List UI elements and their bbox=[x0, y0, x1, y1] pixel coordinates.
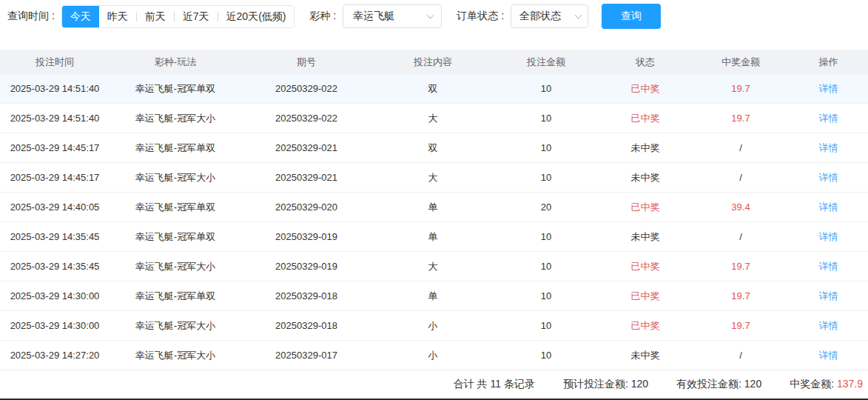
cell-status: 已中奖 bbox=[598, 290, 693, 303]
table-header: 投注时间彩种-玩法期号投注内容投注金额状态中奖金额操作 bbox=[0, 50, 868, 74]
cell-bet-time: 2025-03-29 14:27:20 bbox=[0, 350, 110, 361]
chevron-down-icon bbox=[575, 11, 582, 19]
cell-status: 未中奖 bbox=[598, 349, 693, 362]
column-header-5: 状态 bbox=[598, 56, 693, 69]
detail-link[interactable]: 详情 bbox=[819, 142, 838, 153]
cell-prize-amount: 19.7 bbox=[693, 320, 789, 331]
cell-action: 详情 bbox=[789, 171, 868, 184]
cell-bet-time: 2025-03-29 14:30:00 bbox=[0, 290, 110, 301]
detail-link[interactable]: 详情 bbox=[819, 290, 838, 301]
cell-action: 详情 bbox=[789, 201, 868, 214]
cell-bet-amount: 20 bbox=[494, 201, 598, 213]
cell-bet-time: 2025-03-29 14:35:45 bbox=[0, 261, 110, 272]
cell-game-play: 幸运飞艇-冠军大小 bbox=[110, 349, 241, 362]
table-row: 2025-03-29 14:30:00幸运飞艇-冠军大小20250329-018… bbox=[0, 311, 868, 341]
cell-status: 未中奖 bbox=[598, 141, 693, 155]
order-status-select-value: 全部状态 bbox=[519, 10, 561, 23]
cell-game-play: 幸运飞艇-冠军大小 bbox=[110, 260, 241, 273]
detail-link[interactable]: 详情 bbox=[819, 320, 838, 331]
query-button[interactable]: 查询 bbox=[602, 4, 661, 29]
prize-total-amount: 中奖金额: 137.9 bbox=[790, 378, 863, 391]
cell-bet-amount: 10 bbox=[494, 320, 598, 331]
cell-prize-amount: / bbox=[693, 172, 789, 183]
cell-action: 详情 bbox=[789, 82, 868, 96]
time-range-button-4[interactable]: 近20天(低频) bbox=[218, 5, 295, 28]
detail-link[interactable]: 详情 bbox=[819, 83, 838, 94]
cell-bet-content: 双 bbox=[371, 141, 494, 155]
table-row: 2025-03-29 14:35:45幸运飞艇-冠军单双20250329-019… bbox=[0, 222, 868, 252]
cell-status: 未中奖 bbox=[598, 171, 693, 184]
cell-bet-amount: 10 bbox=[494, 261, 598, 272]
cell-game-play: 幸运飞艇-冠军大小 bbox=[110, 319, 241, 333]
cell-action: 详情 bbox=[789, 260, 868, 273]
cell-prize-amount: / bbox=[693, 231, 789, 242]
cell-prize-amount: 19.7 bbox=[693, 113, 789, 124]
detail-link[interactable]: 详情 bbox=[819, 113, 838, 124]
lottery-select-value: 幸运飞艇 bbox=[353, 10, 394, 23]
cell-status: 已中奖 bbox=[598, 260, 693, 273]
cell-prize-amount: / bbox=[693, 142, 789, 153]
time-range-button-1[interactable]: 昨天 bbox=[99, 5, 136, 28]
cell-prize-amount: 19.7 bbox=[693, 261, 789, 272]
cell-bet-content: 单 bbox=[371, 290, 494, 303]
cell-issue-number: 20250329-021 bbox=[241, 172, 371, 183]
detail-link[interactable]: 详情 bbox=[819, 172, 838, 183]
cell-action: 详情 bbox=[789, 349, 868, 362]
cell-action: 详情 bbox=[789, 319, 868, 333]
cell-bet-content: 小 bbox=[371, 319, 494, 333]
cell-bet-amount: 10 bbox=[494, 231, 598, 242]
valid-bet-amount-value: 120 bbox=[744, 378, 761, 390]
cell-bet-time: 2025-03-29 14:35:45 bbox=[0, 231, 110, 242]
column-header-2: 期号 bbox=[241, 56, 371, 69]
table-row: 2025-03-29 14:51:40幸运飞艇-冠军单双20250329-022… bbox=[0, 74, 868, 104]
cell-bet-content: 小 bbox=[371, 349, 494, 362]
table-row: 2025-03-29 14:35:45幸运飞艇-冠军大小20250329-019… bbox=[0, 252, 868, 281]
detail-link[interactable]: 详情 bbox=[819, 350, 838, 361]
detail-link[interactable]: 详情 bbox=[819, 201, 838, 213]
lottery-select[interactable]: 幸运飞艇 bbox=[343, 4, 442, 28]
detail-link[interactable]: 详情 bbox=[819, 231, 838, 242]
cell-issue-number: 20250329-017 bbox=[241, 350, 371, 361]
cell-game-play: 幸运飞艇-冠军大小 bbox=[110, 112, 241, 125]
orders-table: 投注时间彩种-玩法期号投注内容投注金额状态中奖金额操作 2025-03-29 1… bbox=[0, 50, 868, 370]
time-range-button-0[interactable]: 今天 bbox=[62, 5, 99, 28]
cell-prize-amount: 19.7 bbox=[693, 290, 789, 301]
time-range-group: 今天昨天前天近7天近20天(低频) bbox=[61, 5, 295, 28]
column-header-7: 操作 bbox=[789, 56, 868, 69]
cell-status: 已中奖 bbox=[598, 112, 693, 125]
cell-status: 已中奖 bbox=[598, 319, 693, 333]
order-status-select[interactable]: 全部状态 bbox=[511, 4, 588, 28]
cell-game-play: 幸运飞艇-冠军大小 bbox=[110, 171, 241, 184]
cell-issue-number: 20250329-021 bbox=[241, 142, 371, 153]
cell-bet-content: 单 bbox=[371, 201, 494, 214]
prize-total-amount-label: 中奖金额: bbox=[790, 378, 834, 390]
time-range-button-2[interactable]: 前天 bbox=[137, 5, 174, 28]
cell-bet-content: 大 bbox=[371, 171, 494, 184]
time-range-button-3[interactable]: 近7天 bbox=[175, 5, 218, 28]
cell-game-play: 幸运飞艇-冠军单双 bbox=[110, 82, 241, 96]
expected-bet-amount: 预计投注金额: 120 bbox=[563, 378, 648, 391]
cell-action: 详情 bbox=[789, 290, 868, 303]
expected-bet-amount-label: 预计投注金额: bbox=[563, 378, 628, 390]
cell-prize-amount: 39.4 bbox=[693, 201, 789, 213]
cell-bet-time: 2025-03-29 14:45:17 bbox=[0, 142, 110, 153]
detail-link[interactable]: 详情 bbox=[819, 261, 838, 272]
cell-action: 详情 bbox=[789, 141, 868, 155]
table-row: 2025-03-29 14:45:17幸运飞艇-冠军单双20250329-021… bbox=[0, 133, 868, 163]
table-body: 2025-03-29 14:51:40幸运飞艇-冠军单双20250329-022… bbox=[0, 74, 868, 370]
filter-bar: 查询时间 : 今天昨天前天近7天近20天(低频) 彩种 : 幸运飞艇 订单状态 … bbox=[0, 0, 868, 33]
table-row: 2025-03-29 14:40:05幸运飞艇-冠军单双20250329-020… bbox=[0, 193, 868, 222]
column-header-4: 投注金额 bbox=[494, 56, 598, 69]
cell-status: 未中奖 bbox=[598, 230, 693, 244]
cell-bet-time: 2025-03-29 14:30:00 bbox=[0, 320, 110, 331]
column-header-1: 彩种-玩法 bbox=[110, 56, 241, 69]
cell-game-play: 幸运飞艇-冠军单双 bbox=[110, 290, 241, 303]
cell-game-play: 幸运飞艇-冠军单双 bbox=[110, 230, 241, 244]
time-filter-label: 查询时间 : bbox=[7, 10, 55, 23]
cell-issue-number: 20250329-022 bbox=[241, 83, 371, 94]
cell-issue-number: 20250329-020 bbox=[241, 201, 371, 213]
cell-bet-amount: 10 bbox=[494, 83, 598, 94]
table-row: 2025-03-29 14:51:40幸运飞艇-冠军大小20250329-022… bbox=[0, 104, 868, 133]
cell-status: 已中奖 bbox=[598, 201, 693, 214]
cell-bet-time: 2025-03-29 14:51:40 bbox=[0, 113, 110, 124]
